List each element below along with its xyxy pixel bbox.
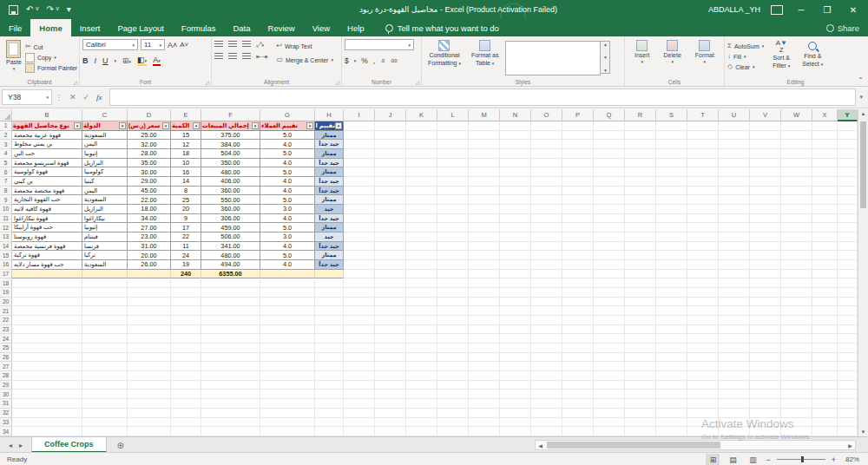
cell-S20[interactable] <box>656 298 687 307</box>
cell-W32[interactable] <box>781 409 812 418</box>
cell-D17[interactable] <box>128 270 171 279</box>
cell-D1[interactable]: ▾سعر (ر.س) <box>128 121 171 131</box>
cell-O6[interactable] <box>531 167 562 177</box>
vertical-scrollbar[interactable]: ▲ ▼ <box>858 109 868 436</box>
cell-U5[interactable] <box>719 159 750 168</box>
zoom-slider[interactable] <box>777 459 825 460</box>
cell-C30[interactable] <box>82 390 128 399</box>
cell-M7[interactable] <box>469 177 500 187</box>
cell-T13[interactable] <box>687 232 719 242</box>
cell-Q19[interactable] <box>594 288 625 298</box>
cell-B32[interactable] <box>12 409 82 418</box>
cell-T9[interactable] <box>687 195 719 205</box>
cell-U27[interactable] <box>719 362 750 371</box>
cell-W30[interactable] <box>781 390 812 399</box>
cell-F8[interactable]: 360.00 <box>201 187 260 196</box>
row-header-16[interactable]: 16 <box>0 260 12 270</box>
cell-F19[interactable] <box>201 288 260 298</box>
cell-V1[interactable] <box>750 121 781 131</box>
cell-N17[interactable] <box>500 270 531 279</box>
cell-E16[interactable]: 19 <box>171 260 201 270</box>
styles-gallery-scroll[interactable]: ▲▼▼ <box>601 41 610 74</box>
cell-G15[interactable]: 5.0 <box>260 251 315 260</box>
conditional-formatting-button[interactable]: Conditional Formatting ▾ <box>424 39 464 76</box>
cell-C18[interactable] <box>82 278 128 288</box>
cell-L1[interactable] <box>437 121 469 131</box>
cell-C5[interactable]: البرازيل <box>82 159 128 168</box>
cell-Q8[interactable] <box>594 187 625 196</box>
column-header-B[interactable]: B <box>12 109 82 121</box>
cell-I27[interactable] <box>344 362 375 371</box>
cell-M3[interactable] <box>469 140 500 149</box>
cell-O4[interactable] <box>531 149 562 159</box>
cell-L29[interactable] <box>437 381 469 390</box>
cell-S29[interactable] <box>656 381 687 390</box>
cell-G12[interactable]: 5.0 <box>260 223 315 232</box>
cell-B2[interactable]: قهوة عربية محمصة <box>12 131 82 141</box>
cell-K17[interactable] <box>406 270 437 279</box>
cell-P14[interactable] <box>562 242 594 252</box>
cell-V9[interactable] <box>750 195 781 205</box>
redo-icon[interactable]: ↷ ᵛ <box>46 5 58 14</box>
cell-Y15[interactable] <box>838 251 858 260</box>
cell-T21[interactable] <box>687 306 719 316</box>
cell-B4[interactable]: حب البن <box>12 149 82 159</box>
cell-styles-gallery[interactable] <box>505 41 601 75</box>
cell-Y12[interactable] <box>838 223 858 232</box>
cell-B8[interactable]: قهوة مختصة محمصة <box>12 187 82 196</box>
cell-O30[interactable] <box>531 390 562 399</box>
row-header-25[interactable]: 25 <box>0 344 12 353</box>
cell-H9[interactable]: ممتاز <box>315 195 344 205</box>
cell-Q24[interactable] <box>594 334 625 344</box>
cell-Q26[interactable] <box>594 353 625 363</box>
cell-K33[interactable] <box>406 418 437 428</box>
cell-O34[interactable] <box>531 427 562 436</box>
percent-style-icon[interactable]: % <box>361 56 368 65</box>
cell-V31[interactable] <box>750 399 781 409</box>
row-header-2[interactable]: 2 <box>0 131 12 141</box>
cell-C1[interactable]: ▾الدولة <box>82 121 128 131</box>
column-header-W[interactable]: W <box>781 109 812 121</box>
column-header-N[interactable]: N <box>500 109 531 121</box>
cell-S3[interactable] <box>656 140 687 149</box>
cell-G30[interactable] <box>260 390 315 399</box>
cell-M30[interactable] <box>469 390 500 399</box>
cell-Q2[interactable] <box>594 131 625 141</box>
cell-J3[interactable] <box>375 140 406 149</box>
cell-E19[interactable] <box>171 288 201 298</box>
cell-G18[interactable] <box>260 278 315 288</box>
cell-V10[interactable] <box>750 205 781 214</box>
clear-button[interactable]: ◇Clear▾ <box>727 62 764 72</box>
cell-V4[interactable] <box>750 149 781 159</box>
row-header-17[interactable]: 17 <box>0 270 12 279</box>
cell-O25[interactable] <box>531 344 562 353</box>
cell-Q33[interactable] <box>594 418 625 428</box>
cell-R26[interactable] <box>625 353 656 363</box>
cell-K31[interactable] <box>406 399 437 409</box>
cell-U15[interactable] <box>719 251 750 260</box>
cell-T10[interactable] <box>687 205 719 214</box>
cell-L19[interactable] <box>437 288 469 298</box>
row-header-5[interactable]: 5 <box>0 159 12 168</box>
cell-Y5[interactable] <box>838 159 858 168</box>
font-size-combo[interactable]: 11▾ <box>141 39 165 50</box>
cell-J29[interactable] <box>375 381 406 390</box>
cell-V12[interactable] <box>750 223 781 232</box>
cell-W1[interactable] <box>781 121 812 131</box>
cell-G14[interactable]: 4.0 <box>260 242 315 252</box>
cell-C27[interactable] <box>82 362 128 371</box>
cell-I14[interactable] <box>344 242 375 252</box>
cell-B16[interactable]: حب قهوة مسار دلايه <box>12 260 82 270</box>
cell-Y22[interactable] <box>838 316 858 325</box>
cell-L10[interactable] <box>437 205 469 214</box>
accounting-format-icon[interactable]: $ <box>345 56 349 65</box>
format-cells-button[interactable]: Format▾ <box>692 39 718 76</box>
grow-font-icon[interactable]: A˄ <box>168 41 177 49</box>
column-header-Y[interactable]: Y <box>838 109 858 121</box>
cell-L32[interactable] <box>437 409 469 418</box>
cell-C23[interactable] <box>82 325 128 335</box>
cell-M19[interactable] <box>469 288 500 298</box>
cell-B34[interactable] <box>12 427 82 436</box>
cell-E28[interactable] <box>171 371 201 381</box>
cell-S14[interactable] <box>656 242 687 252</box>
